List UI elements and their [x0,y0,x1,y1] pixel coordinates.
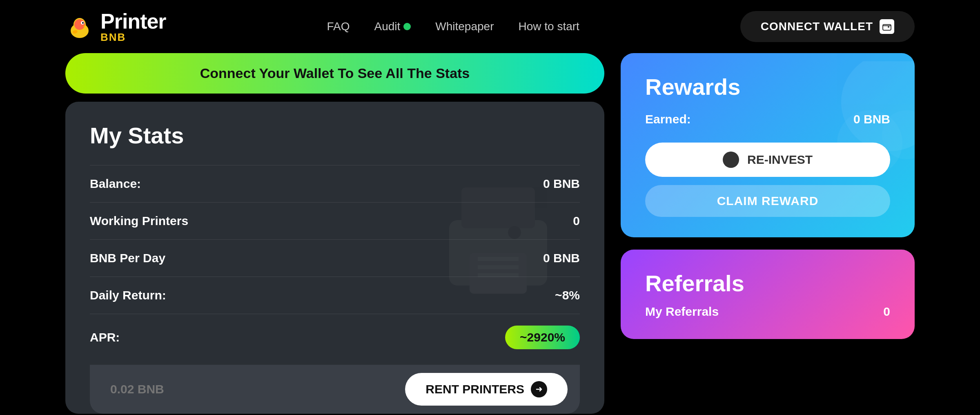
earned-label: Earned: [645,112,691,126]
audit-status-dot [403,23,411,30]
balance-label: Balance: [90,177,141,191]
right-column: Rewards Earned: 0 BNB RE-INVEST CLAIM RE… [621,53,915,339]
claim-reward-button[interactable]: CLAIM REWARD [645,185,890,217]
my-referrals-value: 0 [883,305,890,319]
svg-rect-9 [461,187,535,228]
logo-sub: BNB [100,32,166,42]
svg-point-14 [508,226,521,239]
connect-wallet-button[interactable]: CONNECT WALLET [740,11,915,42]
referrals-title: Referrals [645,270,890,297]
wallet-icon [880,19,894,34]
bnb-amount-input[interactable] [102,376,405,403]
nav-links: FAQ Audit Whitepaper How to start [327,20,579,33]
nav-how-to-start[interactable]: How to start [518,20,579,33]
nav-faq[interactable]: FAQ [327,20,350,33]
stats-card: My Stats Balance: 0 BNB Working Printers… [65,102,604,414]
logo: Printer BNB [65,11,166,42]
navbar: Printer BNB FAQ Audit Whitepaper How to … [0,0,980,53]
stat-row-apr: APR: ~2920% [90,314,580,361]
logo-icon [65,12,94,41]
svg-point-4 [82,22,84,24]
rent-row: RENT PRINTERS [90,365,580,414]
rent-btn-icon [531,381,547,397]
svg-point-2 [74,19,85,30]
referrals-card: Referrals My Referrals 0 [621,250,915,339]
main-content: Connect Your Wallet To See All The Stats… [0,53,980,414]
bnb-per-day-label: BNB Per Day [90,251,165,265]
working-printers-label: Working Printers [90,214,188,228]
rewards-card: Rewards Earned: 0 BNB RE-INVEST CLAIM RE… [621,53,915,237]
apr-label: APR: [90,330,120,344]
reinvest-icon [723,152,739,168]
nav-whitepaper[interactable]: Whitepaper [435,20,494,33]
left-column: Connect Your Wallet To See All The Stats… [65,53,604,414]
svg-rect-11 [478,257,519,261]
rewards-decoration [808,61,915,184]
my-referrals-label: My Referrals [645,305,719,319]
svg-rect-12 [478,265,519,269]
printer-bg-decoration [416,134,580,306]
svg-rect-13 [478,273,519,277]
daily-return-label: Daily Return: [90,288,166,302]
wallet-connect-banner: Connect Your Wallet To See All The Stats [65,53,604,94]
rent-printers-button[interactable]: RENT PRINTERS [405,373,568,406]
apr-badge: ~2920% [505,326,580,349]
logo-name: Printer [100,11,166,32]
nav-audit[interactable]: Audit [374,20,411,33]
my-referrals-row: My Referrals 0 [645,305,890,319]
